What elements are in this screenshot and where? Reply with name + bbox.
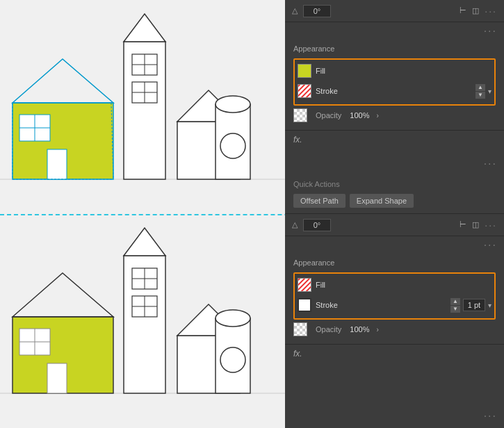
appearance-highlight-bottom: Fill Stroke ▲ ▼ 1 pt ▾ xyxy=(293,272,496,320)
toolbar-dots-bottom: ··· xyxy=(485,220,497,231)
stroke-swatch-top[interactable] xyxy=(298,84,311,98)
svg-marker-8 xyxy=(124,14,165,42)
panel-top-spacer xyxy=(285,149,504,155)
svg-point-42 xyxy=(220,347,245,372)
appearance-label-bottom: Appearance xyxy=(293,258,496,267)
fill-swatch-top[interactable] xyxy=(298,64,311,78)
stroke-label-bottom: Stroke xyxy=(316,301,446,309)
align-icon-bottom: ⊢ xyxy=(460,220,466,229)
angle-input-bottom[interactable] xyxy=(303,219,331,231)
right-panel: △ 0° ⊢ ◫ ··· ··· Appearance Fill xyxy=(285,0,504,428)
fill-label-top: Fill xyxy=(316,67,491,75)
stroke-down-top[interactable]: ▼ xyxy=(475,92,485,99)
options-dots-bottom[interactable]: ··· xyxy=(484,239,497,252)
align-icon: ⊢ xyxy=(460,6,466,15)
opacity-label-bottom: Opacity xyxy=(316,325,341,334)
angle-icon: △ xyxy=(292,6,298,15)
stroke-up-top[interactable]: ▲ xyxy=(475,84,485,91)
offset-path-button[interactable]: Offset Path xyxy=(293,194,346,208)
opacity-swatch-bottom xyxy=(293,322,307,336)
svg-point-41 xyxy=(216,310,250,327)
stroke-swatch-bottom[interactable] xyxy=(298,298,311,312)
stroke-row-bottom[interactable]: Stroke ▲ ▼ 1 pt ▾ xyxy=(298,296,491,314)
fx-row-top[interactable]: fx. xyxy=(285,131,504,149)
opacity-arrow-bottom[interactable]: › xyxy=(376,326,378,334)
fx-row-bottom[interactable]: fx. xyxy=(285,345,504,363)
svg-rect-26 xyxy=(47,363,67,393)
more-options-dots-top[interactable]: ··· xyxy=(484,158,497,170)
fx-label-top: fx. xyxy=(293,135,302,145)
transform-icon-bottom: ◫ xyxy=(472,220,479,229)
stroke-down-bottom[interactable]: ▼ xyxy=(450,306,460,313)
angle-icon-bottom: △ xyxy=(292,220,298,229)
panel-bottom-spacer xyxy=(285,363,504,407)
appearance-section-bottom: Appearance Fill Stroke ▲ ▼ xyxy=(285,252,504,345)
canvas-bottom xyxy=(0,214,285,428)
opacity-label-top: Opacity xyxy=(316,111,341,120)
svg-marker-2 xyxy=(13,59,113,103)
toolbar-dots-top: ··· xyxy=(485,6,497,17)
panel-bottom-half: △ ⊢ ◫ ··· ··· Appearance Fill xyxy=(285,214,504,428)
options-dots[interactable]: ··· xyxy=(484,25,497,38)
expand-shape-button[interactable]: Expand Shape xyxy=(350,194,414,208)
panel-bottom-dots-top: ··· xyxy=(285,155,504,174)
appearance-highlight-top: Fill Stroke ▲ ▼ ▾ xyxy=(293,58,496,106)
appearance-section-top: Appearance Fill Stroke ▲ ▼ xyxy=(285,38,504,131)
stroke-value-input-bottom[interactable]: 1 pt xyxy=(463,299,485,311)
fill-row-bottom[interactable]: Fill xyxy=(298,276,491,294)
stroke-up-bottom[interactable]: ▲ xyxy=(450,298,460,305)
svg-rect-3 xyxy=(47,149,67,179)
opacity-value-bottom: 100% xyxy=(350,325,369,334)
appearance-label-top: Appearance xyxy=(293,44,496,53)
more-options-dots-bottom[interactable]: ··· xyxy=(484,410,497,422)
stroke-row-top[interactable]: Stroke ▲ ▼ ▾ xyxy=(298,82,491,100)
svg-point-19 xyxy=(220,133,245,158)
transform-icon: ◫ xyxy=(472,6,479,15)
panel-bottom-dots-2: ··· xyxy=(285,236,504,252)
canvas-area xyxy=(0,0,285,428)
stroke-dropdown-bottom[interactable]: ▾ xyxy=(488,302,491,309)
panel-top-dots: ··· xyxy=(285,22,504,38)
stroke-label-top: Stroke xyxy=(316,87,471,95)
canvas-top xyxy=(0,0,285,214)
stroke-controls-top: ▲ ▼ ▾ xyxy=(475,84,491,99)
opacity-value-top: 100% xyxy=(350,111,369,120)
svg-marker-25 xyxy=(13,273,113,317)
opacity-arrow-top[interactable]: › xyxy=(376,112,378,120)
fx-label-bottom: fx. xyxy=(293,349,302,359)
stroke-dropdown-top[interactable]: ▾ xyxy=(488,88,491,95)
toolbar-strip-top: △ 0° ⊢ ◫ ··· xyxy=(285,0,504,22)
top-scene-svg xyxy=(0,0,285,214)
fill-label-bottom: Fill xyxy=(316,281,491,289)
panel-top-half: △ 0° ⊢ ◫ ··· ··· Appearance Fill xyxy=(285,0,504,214)
svg-point-18 xyxy=(216,96,250,113)
panel-bottom-trailing-dots: ··· xyxy=(285,407,504,428)
quick-actions-buttons: Offset Path Expand Shape xyxy=(293,194,496,208)
quick-actions-label: Quick Actions xyxy=(293,180,496,188)
dashed-divider xyxy=(0,214,285,215)
opacity-row-bottom: Opacity 100% › xyxy=(293,322,496,337)
quick-actions-section: Quick Actions Offset Path Expand Shape xyxy=(285,174,504,213)
stroke-controls-bottom: ▲ ▼ 1 pt ▾ xyxy=(450,298,491,313)
angle-input[interactable]: 0° xyxy=(303,5,331,17)
svg-marker-31 xyxy=(124,228,165,256)
opacity-row-top: Opacity 100% › xyxy=(293,108,496,123)
fill-swatch-bottom[interactable] xyxy=(298,278,311,292)
fill-row-top[interactable]: Fill xyxy=(298,62,491,80)
bottom-scene-svg xyxy=(0,214,285,428)
toolbar-strip-bottom: △ ⊢ ◫ ··· xyxy=(285,214,504,236)
opacity-swatch-top xyxy=(293,108,307,122)
